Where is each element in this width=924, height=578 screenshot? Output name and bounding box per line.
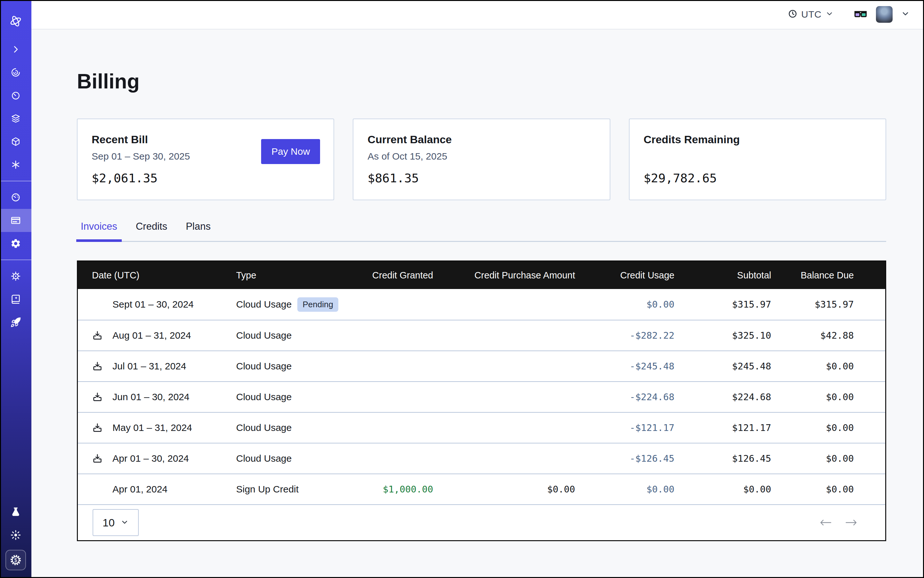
tab-plans[interactable]: Plans bbox=[181, 221, 215, 242]
page-size-select[interactable]: 10 bbox=[93, 509, 139, 536]
column-header-subtotal: Subtotal bbox=[689, 270, 785, 281]
card-amount: $29,782.65 bbox=[644, 171, 717, 185]
sidebar-item-usage[interactable] bbox=[0, 186, 31, 209]
billing-tabs: Invoices Credits Plans bbox=[77, 221, 886, 242]
column-header-credit-usage: Credit Usage bbox=[589, 270, 689, 281]
gauge-icon bbox=[11, 192, 21, 203]
sidebar-item-observe[interactable] bbox=[0, 61, 31, 84]
gear-icon bbox=[10, 238, 21, 249]
credit-usage: -$282.22 bbox=[589, 330, 689, 341]
subtotal: $0.00 bbox=[689, 484, 785, 495]
credit-purchase-amount: $0.00 bbox=[447, 484, 589, 495]
sidebar-item-collapse[interactable] bbox=[0, 38, 31, 61]
subtotal: $121.17 bbox=[689, 422, 785, 433]
download-invoice-button[interactable] bbox=[92, 453, 112, 464]
invoice-date: Apr 01, 2024 bbox=[112, 484, 167, 495]
balance-due: $0.00 bbox=[785, 361, 885, 372]
credit-usage: $0.00 bbox=[589, 484, 689, 495]
svg-text:$: $ bbox=[15, 557, 17, 563]
balance-due: $0.00 bbox=[785, 391, 885, 403]
balance-due: $0.00 bbox=[785, 453, 885, 464]
avatar[interactable] bbox=[876, 6, 893, 23]
download-invoice-button[interactable] bbox=[92, 330, 112, 341]
timezone-label: UTC bbox=[801, 9, 822, 20]
app-logo[interactable] bbox=[0, 5, 31, 38]
table-row: May 01 – 31, 2024 Cloud Usage -$121.17 $… bbox=[78, 412, 885, 443]
card-title: Credits Remaining bbox=[644, 133, 872, 146]
subtotal: $245.48 bbox=[689, 361, 785, 372]
invoice-type: Cloud Usage bbox=[236, 361, 292, 372]
invoice-type: Cloud Usage bbox=[236, 453, 292, 464]
rocket-icon bbox=[10, 317, 21, 328]
card-subtitle bbox=[644, 151, 872, 162]
sidebar-item-services[interactable] bbox=[0, 153, 31, 176]
sidebar-divider bbox=[0, 260, 31, 260]
balance-due: $0.00 bbox=[785, 422, 885, 433]
subtotal: $126.45 bbox=[689, 453, 785, 464]
sidebar-item-history[interactable] bbox=[0, 84, 31, 107]
chevron-right-icon bbox=[11, 45, 21, 54]
chevron-down-icon bbox=[825, 10, 834, 19]
sidebar-divider bbox=[0, 181, 31, 181]
reader-glasses-icon[interactable] bbox=[854, 7, 867, 22]
sidebar-item-labs[interactable] bbox=[0, 500, 31, 524]
invoice-type: Sign Up Credit bbox=[236, 484, 299, 495]
table-row: Jul 01 – 31, 2024 Cloud Usage -$245.48 $… bbox=[78, 351, 885, 381]
invoice-date: Apr 01 – 30, 2024 bbox=[112, 453, 189, 464]
credit-granted: $1,000.00 bbox=[366, 484, 447, 495]
sidebar-item-fleet[interactable] bbox=[0, 265, 31, 288]
sidebar-item-packages[interactable] bbox=[0, 130, 31, 153]
card-amount: $2,061.35 bbox=[92, 171, 158, 185]
column-header-balance-due: Balance Due bbox=[785, 270, 885, 281]
column-header-type: Type bbox=[222, 270, 366, 281]
credit-usage: -$245.48 bbox=[589, 361, 689, 372]
sidebar-item-credits[interactable]: $ bbox=[5, 550, 26, 570]
table-row: Aug 01 – 31, 2024 Cloud Usage -$282.22 $… bbox=[78, 320, 885, 351]
sidebar-item-theme[interactable] bbox=[0, 524, 31, 547]
column-header-credit-granted: Credit Granted bbox=[366, 270, 447, 281]
table-row: Jun 01 – 30, 2024 Cloud Usage -$224.68 $… bbox=[78, 381, 885, 412]
card-amount: $861.35 bbox=[367, 171, 419, 185]
invoice-date: Sept 01 – 30, 2024 bbox=[112, 299, 194, 310]
table-footer: 10 bbox=[78, 504, 885, 540]
tab-credits[interactable]: Credits bbox=[132, 221, 172, 242]
invoice-type: Cloud Usage bbox=[236, 299, 292, 310]
orbit-logo-icon bbox=[8, 14, 23, 29]
app-window: $ UTC bbox=[0, 0, 924, 578]
helm-icon bbox=[10, 271, 21, 282]
status-badge: Pending bbox=[297, 297, 338, 312]
previous-page-button[interactable] bbox=[819, 518, 832, 527]
main-area: UTC Billing bbox=[31, 0, 924, 578]
balance-due: $0.00 bbox=[785, 484, 885, 495]
credit-usage: -$126.45 bbox=[589, 453, 689, 464]
tab-invoices[interactable]: Invoices bbox=[76, 221, 122, 242]
balance-due: $42.88 bbox=[785, 330, 885, 341]
download-invoice-button[interactable] bbox=[92, 361, 112, 372]
timezone-selector[interactable]: UTC bbox=[788, 9, 834, 20]
credit-card-icon bbox=[10, 215, 21, 226]
content: Billing Recent Bill Sep 01 – Sep 30, 202… bbox=[31, 29, 924, 578]
sidebar-item-settings[interactable] bbox=[0, 232, 31, 255]
sidebar-item-launch[interactable] bbox=[0, 311, 31, 334]
credits-remaining-card: Credits Remaining $29,782.65 bbox=[629, 119, 886, 200]
recent-bill-card: Recent Bill Sep 01 – Sep 30, 2025 Pay No… bbox=[77, 119, 334, 200]
layers-icon bbox=[11, 114, 21, 124]
credit-usage: $0.00 bbox=[589, 299, 689, 310]
card-title: Current Balance bbox=[367, 133, 595, 146]
asterisk-icon bbox=[11, 159, 21, 170]
credit-usage: -$121.17 bbox=[589, 422, 689, 433]
sidebar-item-layers[interactable] bbox=[0, 107, 31, 130]
pay-now-button[interactable]: Pay Now bbox=[261, 139, 320, 164]
table-row: Sept 01 – 30, 2024 Cloud UsagePending $0… bbox=[78, 289, 885, 320]
next-page-button[interactable] bbox=[845, 518, 858, 527]
account-menu-chevron-icon[interactable] bbox=[901, 9, 910, 19]
invoice-date: Aug 01 – 31, 2024 bbox=[112, 330, 191, 341]
sidebar-item-billing[interactable] bbox=[0, 209, 31, 232]
sidebar-item-docs[interactable] bbox=[0, 288, 31, 311]
download-invoice-button[interactable] bbox=[92, 391, 112, 403]
download-invoice-button[interactable] bbox=[92, 422, 112, 433]
cube-icon bbox=[11, 136, 21, 147]
invoice-type: Cloud Usage bbox=[236, 330, 292, 341]
column-header-credit-purchase: Credit Purchase Amount bbox=[447, 270, 589, 281]
clock-icon bbox=[788, 9, 797, 20]
